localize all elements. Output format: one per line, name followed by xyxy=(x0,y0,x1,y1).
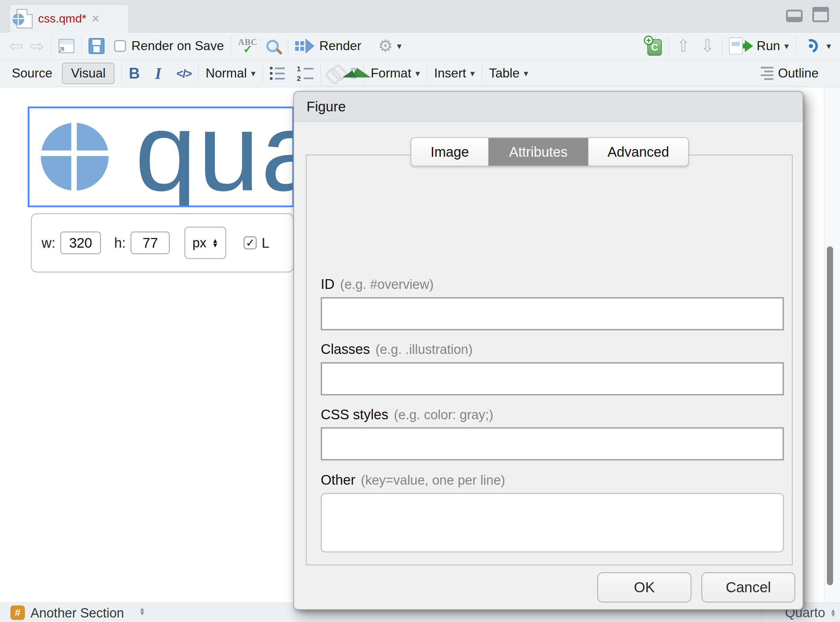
format-toolbar: Source Visual B I </> Normal ▾ 1 2 Forma… xyxy=(0,60,840,87)
id-field-label: ID (e.g. #overview) xyxy=(321,276,433,292)
run-previous-chunks-icon[interactable]: ⇧ xyxy=(676,37,691,55)
insert-caret-icon[interactable]: ▾ xyxy=(470,68,475,79)
units-select[interactable]: px ▲▼ xyxy=(184,227,226,259)
render-options-caret-icon[interactable]: ▾ xyxy=(397,41,401,52)
visual-mode-button[interactable]: Visual xyxy=(62,63,114,84)
render-on-save-checkbox[interactable] xyxy=(114,40,126,52)
rstudio-editor-window: css.qmd* × ⇦ ⇨ Render on Save ABC ✓ Rend… xyxy=(0,0,840,622)
separator xyxy=(288,37,288,55)
section-breadcrumb[interactable]: Another Section xyxy=(30,606,124,620)
format-menu[interactable]: Format xyxy=(371,66,412,81)
other-textarea[interactable] xyxy=(321,493,784,552)
numbered-list-icon[interactable]: 1 2 xyxy=(296,65,313,82)
separator xyxy=(231,37,231,55)
id-input[interactable] xyxy=(321,297,784,330)
separator xyxy=(51,37,52,55)
image-icon xyxy=(353,70,354,77)
select-arrows-icon: ▲▼ xyxy=(212,238,219,247)
classes-field-label: Classes (e.g. .illustration) xyxy=(321,341,473,357)
css-styles-input[interactable] xyxy=(321,427,784,460)
code-icon[interactable]: </> xyxy=(177,67,191,80)
link-icon[interactable] xyxy=(328,66,343,81)
quarto-logo-icon xyxy=(12,14,24,25)
render-icon[interactable] xyxy=(295,38,314,53)
render-on-save-label: Render on Save xyxy=(131,39,224,53)
gear-icon[interactable]: ⚙ xyxy=(378,38,393,54)
dialog-title: Figure xyxy=(294,91,803,122)
separator xyxy=(482,64,482,83)
paragraph-style-caret-icon[interactable]: ▾ xyxy=(251,68,255,79)
pane-window-buttons xyxy=(786,7,829,22)
dialog-tab-strip: Image Attributes Advanced xyxy=(411,137,689,166)
paragraph-style-dropdown[interactable]: Normal xyxy=(206,66,247,81)
forward-icon[interactable]: ⇨ xyxy=(30,37,44,55)
outline-button[interactable]: Outline xyxy=(761,66,819,81)
source-mode-button[interactable]: Source xyxy=(12,66,52,81)
quarto-logo-circle xyxy=(41,123,109,191)
image-tool-active[interactable] xyxy=(351,68,357,79)
run-caret-icon[interactable]: ▾ xyxy=(784,41,789,52)
tab-advanced[interactable]: Advanced xyxy=(588,138,688,166)
height-label: h: xyxy=(114,235,126,251)
ok-button[interactable]: OK xyxy=(597,572,692,603)
separator xyxy=(427,64,427,83)
image-size-panel: w: h: px ▲▼ ✓ L xyxy=(31,213,294,273)
run-icon[interactable] xyxy=(729,37,753,55)
separator xyxy=(262,64,263,83)
bullet-list-icon[interactable] xyxy=(270,67,285,80)
run-next-chunk-icon[interactable]: ⇩ xyxy=(700,37,715,55)
width-input[interactable] xyxy=(60,232,101,254)
css-styles-field-label: CSS styles (e.g. color: gray;) xyxy=(321,407,493,422)
doc-type-arrows-icon: ▲▼ xyxy=(830,608,836,617)
open-in-new-window-icon[interactable] xyxy=(58,39,75,53)
insert-menu[interactable]: Insert xyxy=(434,66,466,81)
classes-input[interactable] xyxy=(321,362,784,395)
minimize-icon[interactable] xyxy=(786,10,803,22)
source-caret-icon[interactable]: ▾ xyxy=(826,41,831,52)
section-nav-arrows-icon[interactable]: ▲▼ xyxy=(139,607,145,616)
tab-css-qmd[interactable]: css.qmd* × xyxy=(9,4,129,32)
render-button[interactable]: Render xyxy=(319,39,361,53)
height-input[interactable] xyxy=(130,232,170,254)
tab-attributes[interactable]: Attributes xyxy=(488,138,588,166)
source-refresh-icon[interactable] xyxy=(803,38,819,54)
outline-icon xyxy=(761,67,773,80)
separator xyxy=(722,37,722,55)
tab-bar: css.qmd* × xyxy=(0,0,840,32)
bold-icon[interactable]: B xyxy=(129,65,140,82)
format-caret-icon[interactable]: ▾ xyxy=(416,68,420,79)
save-icon[interactable] xyxy=(88,38,104,54)
insert-chunk-icon[interactable]: C + xyxy=(644,36,662,56)
main-toolbar: ⇦ ⇨ Render on Save ABC ✓ Render ⚙ ▾ C + … xyxy=(0,32,840,60)
separator xyxy=(81,37,82,55)
cancel-button[interactable]: Cancel xyxy=(701,572,795,603)
maximize-icon[interactable] xyxy=(812,7,829,22)
tab-filename: css.qmd* xyxy=(38,12,87,25)
width-label: w: xyxy=(41,235,55,251)
table-caret-icon[interactable]: ▾ xyxy=(524,68,528,79)
italic-icon[interactable]: I xyxy=(155,64,161,83)
tab-close-icon[interactable]: × xyxy=(92,12,99,25)
back-icon[interactable]: ⇦ xyxy=(9,37,23,55)
scrollbar-thumb[interactable] xyxy=(827,246,833,585)
lock-ratio-checkbox[interactable]: ✓ xyxy=(244,236,257,249)
separator xyxy=(320,64,321,83)
spellcheck-icon[interactable]: ABC ✓ xyxy=(238,38,258,55)
separator xyxy=(796,37,796,55)
quarto-file-icon xyxy=(17,9,32,28)
tab-image[interactable]: Image xyxy=(412,138,488,166)
separator xyxy=(669,37,669,55)
lock-ratio-label: L xyxy=(262,235,269,251)
section-hash-icon: # xyxy=(11,605,25,620)
units-value: px xyxy=(192,236,206,250)
search-icon[interactable] xyxy=(267,40,279,52)
figure-dialog: Figure Image Attributes Advanced ID (e.g… xyxy=(293,91,803,610)
table-menu[interactable]: Table xyxy=(489,66,519,81)
quarto-logo-text: qua xyxy=(135,107,294,207)
other-field-label: Other (key=value, one per line) xyxy=(321,472,505,488)
run-button[interactable]: Run xyxy=(757,39,780,53)
selected-image-quarto-logo[interactable]: qua xyxy=(28,107,294,207)
